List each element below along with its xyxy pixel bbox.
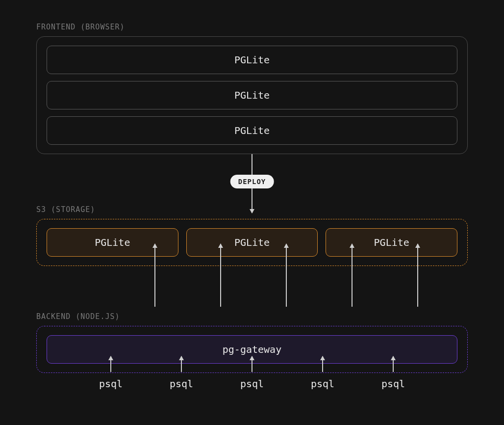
psql-client: psql (76, 356, 146, 390)
s3-pglite-instance: PGLite (326, 228, 457, 257)
psql-client: psql (217, 356, 287, 390)
gateway-to-s3-arrow (417, 244, 418, 307)
s3-container: PGLite PGLite PGLite (36, 219, 468, 266)
psql-label: psql (311, 378, 334, 390)
deploy-badge: DEPLOY (230, 175, 274, 188)
gateway-to-s3-arrow (154, 244, 155, 307)
psql-label: psql (99, 378, 123, 390)
psql-arrow-icon (181, 356, 182, 372)
pglite-instance: PGLite (47, 116, 457, 145)
psql-client: psql (287, 356, 358, 390)
psql-clients-row: psql psql psql psql psql (36, 356, 468, 390)
gateway-to-s3-arrow (220, 244, 221, 307)
psql-label: psql (240, 378, 264, 390)
gateway-to-s3-arrow (352, 244, 353, 307)
gateway-to-s3-arrow (286, 244, 287, 307)
backend-label: BACKEND (NODE.JS) (36, 312, 468, 321)
pglite-instance: PGLite (47, 81, 457, 109)
psql-label: psql (381, 378, 405, 390)
s3-pglite-instance: PGLite (186, 228, 318, 257)
frontend-label: FRONTEND (BROWSER) (36, 23, 468, 31)
psql-label: psql (170, 378, 193, 390)
psql-arrow-icon (393, 356, 394, 372)
psql-client: psql (358, 356, 428, 390)
frontend-container: PGLite PGLite PGLite (36, 36, 468, 154)
psql-arrow-icon (252, 356, 252, 372)
pglite-instance: PGLite (47, 46, 457, 74)
s3-pglite-instance: PGLite (47, 228, 178, 257)
psql-arrow-icon (322, 356, 323, 372)
psql-client: psql (146, 356, 217, 390)
psql-arrow-icon (110, 356, 111, 372)
